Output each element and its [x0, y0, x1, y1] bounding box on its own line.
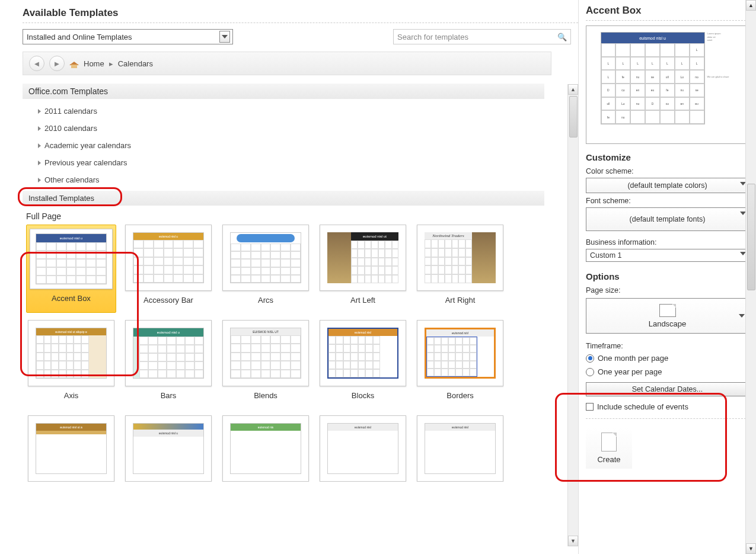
template-grid: euismod nisl u Accent Box euismod nisl u… — [23, 225, 544, 482]
scroll-down-icon[interactable]: ▼ — [746, 543, 756, 554]
include-events-checkbox[interactable]: Include schedule of events — [579, 400, 756, 414]
template-tile[interactable]: euismod nisl u Bars — [123, 320, 213, 408]
dropdown-arrow-icon[interactable] — [219, 31, 230, 43]
tree-label: Previous year calendars — [44, 158, 127, 167]
template-tile[interactable]: euismod nisl — [415, 415, 505, 482]
radio-one-month[interactable]: One month per page — [579, 351, 756, 365]
template-tile[interactable]: euismod nisl u Accessory Bar — [123, 225, 213, 313]
scroll-thumb[interactable] — [569, 96, 578, 137]
customize-title: Customize — [579, 144, 756, 165]
tree-item[interactable]: 2010 calendars — [38, 120, 578, 137]
page-size-value: Landscape — [649, 319, 687, 328]
page-size-dropdown[interactable]: Landscape — [586, 298, 749, 334]
full-page-subhead: Full Page — [23, 206, 578, 225]
breadcrumb-home[interactable]: Home — [84, 59, 104, 68]
expand-icon — [38, 109, 41, 114]
template-label: Blocks — [352, 386, 374, 408]
tree-item[interactable]: Academic year calendars — [38, 137, 578, 154]
template-thumb: euismod nisl u — [125, 320, 212, 386]
expand-icon — [38, 143, 41, 148]
installed-label: Installed Templates — [28, 194, 94, 203]
template-thumb: euismod nisl u — [30, 229, 113, 289]
tree-label: 2011 calendars — [44, 107, 97, 116]
template-tile[interactable]: euismod nisl Borders — [415, 320, 505, 408]
template-filter-dropdown[interactable]: Installed and Online Templates — [23, 29, 233, 44]
search-placeholder: Search for templates — [397, 33, 468, 41]
template-tile[interactable]: EUISMOD NISL UT Blends — [221, 320, 311, 408]
business-info-dropdown[interactable]: Custom 1 — [586, 249, 749, 262]
template-tile-accent-box[interactable]: euismod nisl u Accent Box — [26, 225, 116, 313]
timeframe-label: Timeframe: — [579, 336, 756, 351]
scroll-down-icon[interactable]: ▼ — [568, 536, 578, 546]
breadcrumb: ◄ ► Home ▸ Calendars — [23, 52, 551, 75]
template-thumb: euismod nis — [222, 415, 309, 482]
color-scheme-dropdown[interactable]: (default template colors) — [586, 178, 749, 193]
color-scheme-value: (default template colors) — [627, 181, 707, 190]
radio-icon — [586, 354, 594, 363]
scroll-thumb[interactable] — [747, 184, 755, 290]
template-thumb: euismod nisl ut — [320, 225, 406, 291]
expand-icon — [38, 126, 41, 131]
template-tile[interactable]: euismod nisl ut aliquip e Axis — [26, 320, 116, 408]
checkbox-icon — [586, 403, 594, 411]
search-input[interactable]: Search for templates 🔍 — [393, 29, 571, 44]
template-thumb: euismod nisl — [417, 415, 503, 482]
template-preview: euismod nisl u LLLLLLLLLfenuseullLonoDco… — [586, 25, 749, 144]
page-icon — [659, 304, 676, 317]
preview-header: euismod nisl u — [601, 33, 704, 43]
template-tile[interactable]: euismod nisl ut Art Left — [318, 225, 408, 313]
chevron-down-icon — [739, 314, 745, 318]
template-thumb: euismod nisl — [417, 320, 503, 386]
template-tile[interactable]: euismod nisl Blocks — [318, 320, 408, 408]
template-label: Bars — [161, 386, 177, 408]
tree-item[interactable]: Previous year calendars — [38, 154, 578, 171]
template-thumb: euismod nisl u — [125, 415, 212, 482]
nav-forward-button[interactable]: ► — [49, 56, 65, 71]
template-tile[interactable]: Arcs — [221, 225, 311, 313]
template-label: Arcs — [258, 291, 273, 313]
tree-label: Other calendars — [44, 175, 100, 184]
template-tile[interactable]: euismod nisl ut a — [26, 415, 116, 482]
tree-label: 2010 calendars — [44, 124, 97, 133]
template-tile[interactable]: euismod nisl — [318, 415, 408, 482]
template-label: Art Right — [445, 291, 476, 313]
left-scrollbar[interactable]: ▲ ▼ — [567, 84, 578, 546]
chevron-right-icon: ▸ — [109, 59, 113, 68]
tree-item[interactable]: Other calendars — [38, 171, 578, 188]
template-thumb: EUISMOD NISL UT — [222, 320, 309, 386]
scroll-up-icon[interactable]: ▲ — [746, 0, 756, 11]
template-label: Accessory Bar — [143, 291, 193, 313]
template-thumb: euismod nisl — [320, 320, 406, 386]
radio-icon — [586, 368, 594, 376]
font-scheme-value: (default template fonts) — [630, 215, 706, 223]
create-button[interactable]: Create — [586, 427, 632, 469]
breadcrumb-current[interactable]: Calendars — [118, 59, 153, 68]
available-templates-title: Available Templates — [23, 5, 578, 23]
document-icon — [601, 433, 617, 451]
template-thumb: euismod nisl ut a — [28, 415, 114, 482]
radio-one-year[interactable]: One year per page — [579, 365, 756, 379]
filter-value: Installed and Online Templates — [27, 33, 132, 41]
nav-back-button[interactable]: ◄ — [29, 56, 44, 71]
template-thumb — [222, 225, 309, 291]
tree-item[interactable]: 2011 calendars — [38, 103, 578, 120]
category-tree: 2011 calendars 2010 calendars Academic y… — [23, 99, 578, 188]
separator — [23, 23, 578, 23]
template-thumb: euismod nisl u — [125, 225, 212, 291]
home-icon[interactable] — [69, 59, 79, 68]
font-scheme-dropdown[interactable]: (default template fonts) — [586, 207, 749, 231]
template-label: Art Left — [350, 291, 375, 313]
office-templates-header: Office.com Templates — [23, 84, 544, 99]
right-scrollbar[interactable]: ▲ ▼ — [745, 0, 756, 554]
checkbox-label: Include schedule of events — [597, 402, 688, 411]
business-info-value: Custom 1 — [590, 251, 622, 260]
scroll-up-icon[interactable]: ▲ — [568, 84, 578, 95]
expand-icon — [38, 178, 41, 182]
separator — [586, 418, 749, 419]
template-tile[interactable]: Northwind Traders Art Right — [415, 225, 505, 313]
set-calendar-dates-button[interactable]: Set Calendar Dates... — [586, 382, 749, 396]
template-label: Axis — [64, 386, 79, 408]
template-tile[interactable]: euismod nisl u — [123, 415, 213, 482]
search-icon[interactable]: 🔍 — [557, 33, 567, 41]
template-tile[interactable]: euismod nis — [221, 415, 311, 482]
